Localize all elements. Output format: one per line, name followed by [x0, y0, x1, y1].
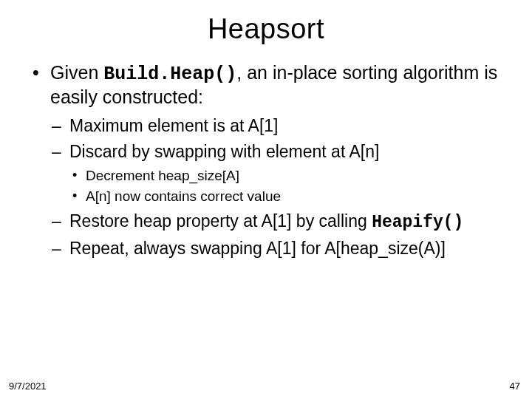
bullet-given-buildheap: Given Build.Heap(), an in-place sorting … — [30, 61, 502, 260]
text-restore: Restore heap property at A[1] by calling — [69, 211, 372, 231]
code-buildheap: Build.Heap() — [103, 64, 236, 85]
code-heapify: Heapify() — [372, 213, 463, 232]
bullet-restore-heap: Restore heap property at A[1] by calling… — [50, 211, 502, 233]
bullet-repeat: Repeat, always swapping A[1] for A[heap_… — [50, 238, 502, 259]
footer-page-number: 47 — [510, 381, 520, 392]
slide: Heapsort Given Build.Heap(), an in-place… — [0, 0, 532, 399]
bullet-max-element: Maximum element is at A[1] — [50, 115, 502, 137]
bullet-discard-swap: Discard by swapping with element at A[n]… — [50, 141, 502, 206]
bullet-list-level3: Decrement heap_size[A] A[n] now contains… — [69, 167, 502, 205]
bullet-decrement: Decrement heap_size[A] — [69, 167, 502, 185]
text-discard: Discard by swapping with element at A[n] — [69, 142, 379, 161]
bullet-list-level1: Given Build.Heap(), an in-place sorting … — [30, 61, 502, 260]
bullet-correct-value: A[n] now contains correct value — [69, 188, 502, 206]
text-given: Given — [50, 62, 103, 83]
bullet-list-level2: Maximum element is at A[1] Discard by sw… — [50, 115, 502, 260]
slide-title: Heapsort — [30, 13, 502, 45]
footer-date: 9/7/2021 — [9, 381, 47, 392]
